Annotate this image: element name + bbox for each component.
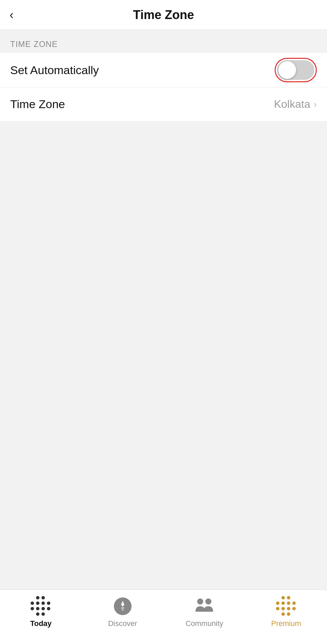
set-automatically-toggle[interactable] xyxy=(277,60,314,80)
toggle-knob xyxy=(278,61,296,79)
community-icon xyxy=(194,596,214,616)
nav-item-premium[interactable]: Premium xyxy=(259,596,313,628)
time-zone-row[interactable]: Time Zone Kolkata › xyxy=(0,87,327,121)
back-button[interactable]: ‹ xyxy=(10,9,14,21)
svg-point-4 xyxy=(205,598,211,605)
set-automatically-label: Set Automatically xyxy=(10,64,99,77)
time-zone-value: Kolkata › xyxy=(274,98,317,111)
nav-item-today[interactable]: Today xyxy=(14,596,68,628)
set-automatically-row: Set Automatically xyxy=(0,53,327,87)
set-automatically-toggle-wrapper xyxy=(275,58,317,82)
premium-label: Premium xyxy=(271,619,301,628)
settings-list: Set Automatically Time Zone Kolkata › xyxy=(0,53,327,121)
svg-point-3 xyxy=(197,598,203,605)
time-zone-city: Kolkata xyxy=(274,98,310,111)
community-svg xyxy=(194,596,214,616)
discover-label: Discover xyxy=(108,619,137,628)
time-zone-label: Time Zone xyxy=(10,98,65,111)
discover-icon xyxy=(113,596,133,616)
chevron-right-icon: › xyxy=(314,99,317,110)
today-icon xyxy=(31,596,51,616)
compass-svg xyxy=(113,597,132,616)
today-label: Today xyxy=(30,619,52,628)
page-title: Time Zone xyxy=(133,8,194,22)
community-label: Community xyxy=(186,619,223,628)
nav-item-community[interactable]: Community xyxy=(177,596,231,628)
main-content xyxy=(0,121,327,590)
header: ‹ Time Zone xyxy=(0,0,327,30)
premium-icon xyxy=(276,596,296,616)
nav-item-discover[interactable]: Discover xyxy=(96,596,150,628)
section-label: TIME ZONE xyxy=(0,30,327,53)
bottom-nav: Today Discover Community xyxy=(0,590,327,644)
